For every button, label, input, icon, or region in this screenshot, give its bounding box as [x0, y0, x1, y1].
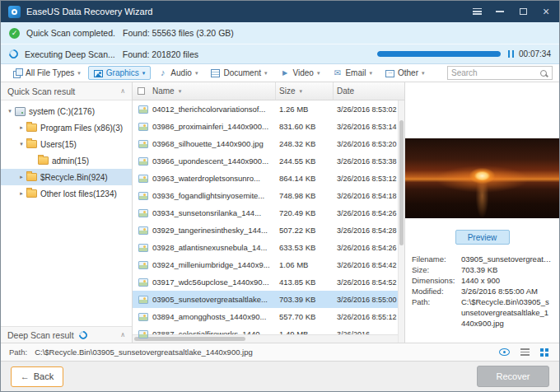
close-icon[interactable]: × [540, 6, 552, 17]
column-header-name[interactable]: Name ▾ [152, 82, 276, 100]
tree-collapsed-arrow-icon[interactable]: ▸ [17, 190, 26, 197]
file-row[interactable]: 03986_proximainferi_1440x900...831.60 KB… [133, 118, 404, 135]
horizontal-scroll-thumb[interactable] [134, 337, 245, 341]
column-size-label: Size [279, 86, 295, 96]
horizontal-scrollbar[interactable] [133, 334, 398, 343]
name-filter-caret-icon[interactable]: ▾ [179, 88, 182, 95]
tree-expanded-arrow-icon[interactable]: ▾ [17, 141, 26, 147]
filter-list: All File Types▾Graphics▾♪Audio▾Document▾… [7, 64, 432, 82]
vertical-scroll-thumb[interactable] [399, 120, 404, 246]
image-file-icon [138, 209, 148, 217]
maximize-icon[interactable] [517, 6, 529, 17]
quick-scan-status-bar: ✓ Quick Scan completed. Found: 55563 fil… [1, 22, 559, 44]
tree-expanded-arrow-icon[interactable]: ▾ [6, 108, 14, 114]
tree-item[interactable]: ▸Other lost files(1234) [1, 185, 132, 202]
filter-audio[interactable]: ♪Audio▾ [152, 66, 203, 80]
file-row[interactable]: 03929_tangerinesinthesky_144...507.22 KB… [133, 222, 404, 239]
file-row[interactable]: 04012_therichcolorvariationsof...1.26 MB… [133, 100, 404, 118]
file-row[interactable]: 03917_wdc56upclose_1440x90...413.85 KB3/… [133, 273, 404, 291]
image-file-icon [138, 140, 148, 148]
list-view-icon[interactable] [520, 348, 530, 356]
tree-collapsed-arrow-icon[interactable]: ▸ [17, 174, 26, 180]
collapse-chevron-icon[interactable]: ∧ [120, 331, 125, 338]
file-icon-slot [137, 123, 152, 131]
file-row[interactable]: 03963_waterdropletsonsunro...864.14 KB3/… [133, 170, 404, 187]
file-date: 3/26/2016 8:54:28 AM [334, 226, 404, 235]
tree-item[interactable]: admin(15) [1, 152, 132, 169]
column-header-size[interactable]: Size ▾ [276, 82, 334, 100]
search-input[interactable] [448, 68, 540, 77]
metadata-value: C:\$Recycle.Bin\03905_sunsetovergreatsal… [461, 296, 553, 329]
dropdown-caret-icon[interactable]: ▾ [77, 70, 81, 77]
back-button[interactable]: ← Back [11, 366, 63, 387]
file-icon-slot [137, 261, 152, 269]
file-icon-slot [137, 192, 152, 200]
image-file-icon [138, 330, 148, 338]
filter-label: Graphics [106, 68, 139, 77]
search-box[interactable] [447, 66, 553, 80]
tree-pane-header[interactable]: Quick Scan result ∧ [1, 82, 132, 100]
file-size: 720.49 KB [276, 208, 334, 217]
dropdown-caret-icon[interactable]: ▾ [369, 70, 372, 77]
file-row[interactable]: 03924_milleniumbridge_1440x9...1.06 MB3/… [133, 256, 404, 273]
easeus-logo-icon [8, 6, 21, 18]
deep-scan-result-label: Deep Scan result [7, 330, 74, 340]
dropdown-caret-icon[interactable]: ▾ [142, 70, 146, 77]
tree-pane-title: Quick Scan result [7, 86, 75, 96]
column-header-date[interactable]: Date [334, 86, 404, 96]
file-row[interactable]: 03934_sunsetonsrilanka_144...720.49 KB3/… [133, 204, 404, 222]
back-arrow-icon: ← [21, 371, 30, 381]
thumbnail-view-icon[interactable] [540, 348, 544, 352]
file-row[interactable]: 03905_sunsetovergreatsaltlake...703.39 K… [133, 291, 404, 308]
select-all-checkbox[interactable] [138, 87, 145, 95]
file-name: 03936_fogandlightsinyosemite... [152, 191, 276, 200]
filter-label: All File Types [26, 68, 74, 77]
graphics-icon [94, 70, 103, 77]
file-row[interactable]: 03928_atlantisnexusnebula_14...633.53 KB… [133, 239, 404, 256]
filter-all-file-types[interactable]: All File Types▾ [7, 66, 86, 80]
folder-icon [38, 156, 49, 165]
tree-item[interactable]: ▾Users(15) [1, 136, 132, 152]
filter-label: Other [398, 68, 418, 77]
file-date: 3/26/2016 8:53:20 AM [334, 140, 404, 148]
deep-scan-result-footer[interactable]: Deep Scan result ∧ [1, 326, 132, 343]
tree-item-label: system (C:)(2176) [29, 107, 95, 116]
preview-button[interactable]: Preview [455, 230, 510, 245]
filter-email[interactable]: ✉Email▾ [327, 66, 378, 80]
minimize-icon[interactable] [494, 6, 506, 17]
image-file-icon [138, 123, 148, 131]
all-file-types-icon [13, 68, 22, 77]
pause-icon[interactable] [508, 50, 514, 58]
preview-image [405, 138, 559, 218]
tree-collapsed-arrow-icon[interactable]: ▸ [17, 124, 26, 131]
tree-item-label: $Recycle.Bin(924) [40, 173, 108, 182]
dropdown-caret-icon[interactable]: ▾ [317, 70, 320, 77]
file-date: 3/26/2016 8:53:14 AM [334, 123, 404, 131]
filter-other[interactable]: ···Other▾ [380, 66, 431, 80]
file-row[interactable]: 03968_silhouette_1440x900.jpg248.32 KB3/… [133, 135, 404, 152]
filter-document[interactable]: Document▾ [205, 66, 273, 80]
other-icon: ··· [385, 70, 394, 77]
menu-icon[interactable] [471, 6, 483, 17]
dropdown-caret-icon[interactable]: ▾ [195, 70, 198, 77]
window-controls: × [471, 6, 552, 17]
image-file-icon [138, 261, 148, 269]
filter-video[interactable]: ▶Video▾ [275, 66, 326, 80]
filter-graphics[interactable]: Graphics▾ [88, 66, 152, 80]
collapse-chevron-icon[interactable]: ∧ [120, 87, 125, 95]
tree-item[interactable]: ▸Program Files (x86)(3) [1, 119, 132, 136]
search-icon[interactable] [540, 70, 547, 77]
file-row[interactable]: 03894_amongghosts_1440x90...557.70 KB3/2… [133, 308, 404, 325]
preview-toggle-eye-icon[interactable] [499, 348, 510, 356]
dropdown-caret-icon[interactable]: ▾ [264, 70, 268, 77]
size-filter-caret-icon[interactable]: ▾ [299, 88, 302, 95]
file-row[interactable]: 03936_fogandlightsinyosemite...748.98 KB… [133, 187, 404, 204]
dropdown-caret-icon[interactable]: ▾ [422, 70, 425, 77]
file-row[interactable]: 03966_upondescent_1440x900...244.55 KB3/… [133, 152, 404, 170]
vertical-scrollbar[interactable] [398, 100, 404, 343]
file-list-pane: Name ▾ Size ▾ Date 04012_therichcolorvar… [133, 82, 404, 343]
recover-button[interactable]: Recover [477, 366, 549, 387]
tree-item[interactable]: ▾system (C:)(2176) [1, 103, 132, 119]
tree-item[interactable]: ▸$Recycle.Bin(924) [1, 169, 132, 185]
metadata-row: Dimensions:1440 x 900 [412, 275, 553, 286]
